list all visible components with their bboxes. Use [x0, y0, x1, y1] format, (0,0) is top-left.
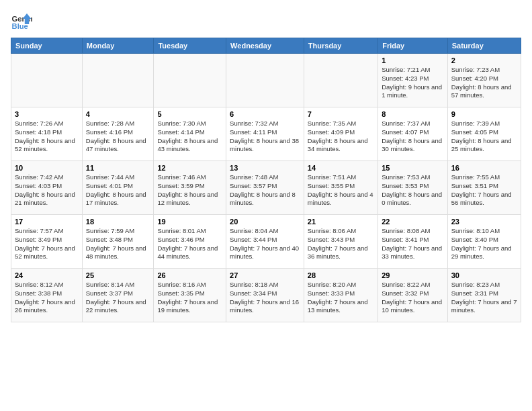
day-number: 9 — [451, 110, 517, 118]
day-info: Sunrise: 8:01 AM Sunset: 3:46 PM Dayligh… — [157, 227, 222, 261]
calendar-cell: 30Sunrise: 8:23 AM Sunset: 3:31 PM Dayli… — [447, 269, 521, 322]
calendar-cell: 6Sunrise: 7:32 AM Sunset: 4:11 PM Daylig… — [226, 107, 304, 161]
day-number: 26 — [157, 271, 222, 279]
day-info: Sunrise: 8:20 AM Sunset: 3:33 PM Dayligh… — [308, 281, 374, 315]
day-info: Sunrise: 7:35 AM Sunset: 4:09 PM Dayligh… — [308, 120, 374, 154]
weekday-header-monday: Monday — [82, 38, 154, 54]
logo-icon: General Blue — [11, 11, 32, 32]
calendar-cell — [82, 54, 154, 107]
day-number: 30 — [451, 271, 517, 279]
day-info: Sunrise: 7:44 AM Sunset: 4:01 PM Dayligh… — [86, 173, 150, 208]
calendar-cell: 22Sunrise: 8:08 AM Sunset: 3:41 PM Dayli… — [378, 215, 448, 269]
day-number: 27 — [230, 271, 300, 279]
day-number: 1 — [382, 56, 444, 64]
calendar-week-row: 3Sunrise: 7:26 AM Sunset: 4:18 PM Daylig… — [11, 107, 521, 161]
day-number: 13 — [230, 164, 300, 172]
calendar-cell: 20Sunrise: 8:04 AM Sunset: 3:44 PM Dayli… — [226, 215, 304, 269]
calendar-cell: 10Sunrise: 7:42 AM Sunset: 4:03 PM Dayli… — [11, 161, 83, 215]
day-info: Sunrise: 8:14 AM Sunset: 3:37 PM Dayligh… — [86, 281, 150, 315]
day-number: 4 — [86, 110, 150, 118]
day-number: 5 — [157, 110, 222, 118]
calendar-cell: 24Sunrise: 8:12 AM Sunset: 3:38 PM Dayli… — [11, 269, 83, 322]
day-info: Sunrise: 7:32 AM Sunset: 4:11 PM Dayligh… — [230, 120, 300, 154]
calendar-cell: 19Sunrise: 8:01 AM Sunset: 3:46 PM Dayli… — [154, 215, 226, 269]
calendar-cell: 5Sunrise: 7:30 AM Sunset: 4:14 PM Daylig… — [154, 107, 226, 161]
day-info: Sunrise: 7:39 AM Sunset: 4:05 PM Dayligh… — [451, 120, 517, 154]
day-info: Sunrise: 7:21 AM Sunset: 4:23 PM Dayligh… — [382, 66, 444, 100]
calendar-cell: 14Sunrise: 7:51 AM Sunset: 3:55 PM Dayli… — [304, 161, 378, 215]
calendar-cell — [11, 54, 83, 107]
day-info: Sunrise: 7:55 AM Sunset: 3:51 PM Dayligh… — [451, 173, 517, 208]
calendar-week-row: 24Sunrise: 8:12 AM Sunset: 3:38 PM Dayli… — [11, 269, 521, 322]
calendar-cell — [154, 54, 226, 107]
calendar-cell: 15Sunrise: 7:53 AM Sunset: 3:53 PM Dayli… — [378, 161, 448, 215]
calendar-cell: 28Sunrise: 8:20 AM Sunset: 3:33 PM Dayli… — [304, 269, 378, 322]
calendar-cell: 7Sunrise: 7:35 AM Sunset: 4:09 PM Daylig… — [304, 107, 378, 161]
calendar-cell: 17Sunrise: 7:57 AM Sunset: 3:49 PM Dayli… — [11, 215, 83, 269]
weekday-header-tuesday: Tuesday — [154, 38, 226, 54]
calendar-cell — [304, 54, 378, 107]
calendar-cell: 18Sunrise: 7:59 AM Sunset: 3:48 PM Dayli… — [82, 215, 154, 269]
day-info: Sunrise: 8:23 AM Sunset: 3:31 PM Dayligh… — [451, 281, 517, 315]
calendar-cell: 21Sunrise: 8:06 AM Sunset: 3:43 PM Dayli… — [304, 215, 378, 269]
day-number: 16 — [451, 164, 517, 172]
day-number: 15 — [382, 164, 444, 172]
calendar-week-row: 1Sunrise: 7:21 AM Sunset: 4:23 PM Daylig… — [11, 54, 521, 107]
day-number: 11 — [86, 164, 150, 172]
day-info: Sunrise: 8:10 AM Sunset: 3:40 PM Dayligh… — [451, 227, 517, 261]
day-number: 23 — [451, 218, 517, 226]
day-number: 7 — [308, 110, 374, 118]
logo: General Blue — [11, 11, 35, 32]
day-number: 18 — [86, 218, 150, 226]
day-info: Sunrise: 7:51 AM Sunset: 3:55 PM Dayligh… — [308, 173, 374, 208]
page-header: General Blue — [11, 11, 521, 32]
day-info: Sunrise: 7:57 AM Sunset: 3:49 PM Dayligh… — [15, 227, 79, 261]
day-info: Sunrise: 7:26 AM Sunset: 4:18 PM Dayligh… — [15, 120, 79, 154]
day-info: Sunrise: 7:53 AM Sunset: 3:53 PM Dayligh… — [382, 173, 444, 208]
calendar-cell: 3Sunrise: 7:26 AM Sunset: 4:18 PM Daylig… — [11, 107, 83, 161]
day-number: 2 — [451, 56, 517, 64]
day-info: Sunrise: 7:42 AM Sunset: 4:03 PM Dayligh… — [15, 173, 79, 208]
day-info: Sunrise: 8:06 AM Sunset: 3:43 PM Dayligh… — [308, 227, 374, 261]
day-info: Sunrise: 8:22 AM Sunset: 3:32 PM Dayligh… — [382, 281, 444, 315]
day-info: Sunrise: 8:04 AM Sunset: 3:44 PM Dayligh… — [230, 227, 300, 261]
calendar-cell: 2Sunrise: 7:23 AM Sunset: 4:20 PM Daylig… — [447, 54, 521, 107]
weekday-header-wednesday: Wednesday — [226, 38, 304, 54]
calendar-table: SundayMondayTuesdayWednesdayThursdayFrid… — [11, 38, 521, 322]
day-number: 21 — [308, 218, 374, 226]
day-info: Sunrise: 7:23 AM Sunset: 4:20 PM Dayligh… — [451, 66, 517, 100]
day-info: Sunrise: 7:37 AM Sunset: 4:07 PM Dayligh… — [382, 120, 444, 154]
weekday-header-thursday: Thursday — [304, 38, 378, 54]
weekday-header-sunday: Sunday — [11, 38, 83, 54]
day-info: Sunrise: 7:48 AM Sunset: 3:57 PM Dayligh… — [230, 173, 300, 208]
day-info: Sunrise: 8:08 AM Sunset: 3:41 PM Dayligh… — [382, 227, 444, 261]
calendar-cell — [226, 54, 304, 107]
day-number: 12 — [157, 164, 222, 172]
day-number: 6 — [230, 110, 300, 118]
calendar-cell: 1Sunrise: 7:21 AM Sunset: 4:23 PM Daylig… — [378, 54, 448, 107]
calendar-cell: 25Sunrise: 8:14 AM Sunset: 3:37 PM Dayli… — [82, 269, 154, 322]
day-number: 19 — [157, 218, 222, 226]
day-number: 20 — [230, 218, 300, 226]
day-number: 10 — [15, 164, 79, 172]
calendar-week-row: 10Sunrise: 7:42 AM Sunset: 4:03 PM Dayli… — [11, 161, 521, 215]
calendar-cell: 9Sunrise: 7:39 AM Sunset: 4:05 PM Daylig… — [447, 107, 521, 161]
calendar-week-row: 17Sunrise: 7:57 AM Sunset: 3:49 PM Dayli… — [11, 215, 521, 269]
day-number: 25 — [86, 271, 150, 279]
calendar-cell: 23Sunrise: 8:10 AM Sunset: 3:40 PM Dayli… — [447, 215, 521, 269]
weekday-header-friday: Friday — [378, 38, 448, 54]
day-number: 29 — [382, 271, 444, 279]
calendar-cell: 12Sunrise: 7:46 AM Sunset: 3:59 PM Dayli… — [154, 161, 226, 215]
calendar-cell: 4Sunrise: 7:28 AM Sunset: 4:16 PM Daylig… — [82, 107, 154, 161]
calendar-cell: 13Sunrise: 7:48 AM Sunset: 3:57 PM Dayli… — [226, 161, 304, 215]
calendar-cell: 8Sunrise: 7:37 AM Sunset: 4:07 PM Daylig… — [378, 107, 448, 161]
calendar-cell: 27Sunrise: 8:18 AM Sunset: 3:34 PM Dayli… — [226, 269, 304, 322]
day-info: Sunrise: 8:16 AM Sunset: 3:35 PM Dayligh… — [157, 281, 222, 315]
day-number: 24 — [15, 271, 79, 279]
calendar-cell: 16Sunrise: 7:55 AM Sunset: 3:51 PM Dayli… — [447, 161, 521, 215]
day-number: 28 — [308, 271, 374, 279]
day-number: 17 — [15, 218, 79, 226]
day-number: 8 — [382, 110, 444, 118]
weekday-header-row: SundayMondayTuesdayWednesdayThursdayFrid… — [11, 38, 521, 54]
day-number: 22 — [382, 218, 444, 226]
